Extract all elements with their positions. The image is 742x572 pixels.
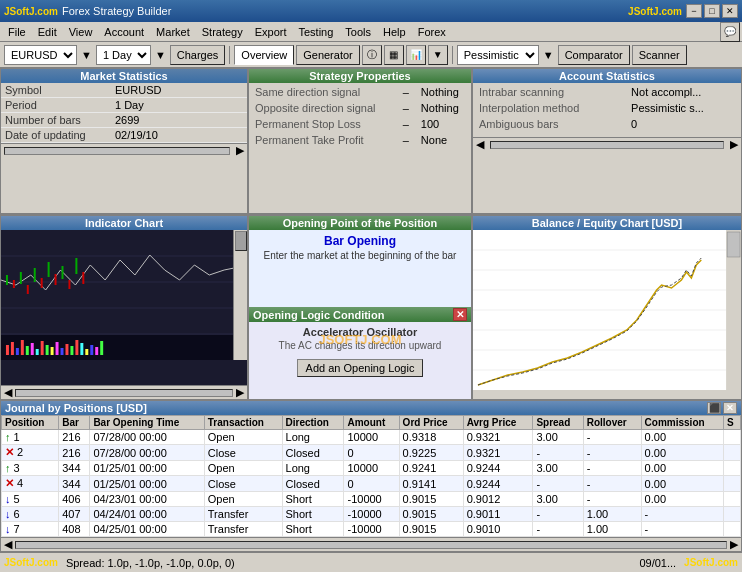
cell-s [724, 430, 741, 445]
chart-scrollbar[interactable] [233, 230, 247, 360]
chart-icon[interactable]: 📊 [406, 45, 426, 65]
chart-hscrollbar[interactable]: ◀ ▶ [1, 385, 247, 399]
cell-rollover: 1.00 [583, 522, 641, 537]
journal-scroll-left[interactable]: ◀ [1, 538, 15, 551]
menu-edit[interactable]: Edit [32, 24, 63, 40]
cell-bar: 344 [59, 476, 90, 492]
cell-amount: 0 [344, 476, 399, 492]
strategy-props-panel: Strategy Properties Same direction signa… [248, 68, 472, 214]
prop-value: 100 [417, 117, 469, 131]
cell-ord-price: 0.9141 [399, 476, 463, 492]
cell-direction: Closed [282, 445, 344, 461]
scanner-button[interactable]: Scanner [632, 45, 687, 65]
cell-bar: 216 [59, 430, 90, 445]
tab-overview[interactable]: Overview [234, 45, 294, 65]
balance-chart-area[interactable]: 13950 13290 12630 11970 11310 10650 9990… [473, 230, 741, 390]
journal-header: Journal by Positions [USD] ⬛ ✕ [1, 401, 741, 415]
pessimistic-select[interactable]: Pessimistic [457, 45, 539, 65]
cell-spread: - [533, 522, 583, 537]
stat-value: EURUSD [111, 83, 233, 98]
svg-rect-8 [27, 285, 29, 294]
journal-close-button[interactable]: ✕ [723, 402, 737, 414]
menu-testing[interactable]: Testing [293, 24, 340, 40]
menu-bar: File Edit View Account Market Strategy E… [0, 22, 742, 42]
scroll-right-btn[interactable]: ▶ [727, 138, 741, 151]
cell-amount: -10000 [344, 507, 399, 522]
menu-market[interactable]: Market [150, 24, 196, 40]
prop-label: Permanent Stop Loss [251, 117, 397, 131]
cell-s [724, 492, 741, 507]
timeframe-select[interactable]: 1 Day [96, 45, 151, 65]
svg-rect-57 [727, 232, 740, 257]
svg-rect-14 [68, 280, 70, 289]
tab-generator[interactable]: Generator [296, 45, 360, 65]
opening-logic-close[interactable]: ✕ [453, 308, 467, 321]
indicator-chart-panel: Indicator Chart [0, 215, 248, 400]
menu-file[interactable]: File [2, 24, 32, 40]
cell-position: ↓ 6 [2, 507, 59, 522]
cell-transaction: Open [204, 430, 282, 445]
journal-expand-button[interactable]: ⬛ [707, 402, 721, 414]
svg-rect-26 [46, 345, 49, 355]
scroll-col [233, 128, 247, 143]
cell-time: 04/25/01 00:00 [90, 522, 204, 537]
cell-transaction: Transfer [204, 507, 282, 522]
cell-commission: 0.00 [641, 430, 723, 445]
symbol-select[interactable]: EURUSD [4, 45, 77, 65]
menu-tools[interactable]: Tools [339, 24, 377, 40]
cell-spread: 3.00 [533, 492, 583, 507]
menu-view[interactable]: View [63, 24, 99, 40]
scroll-right-btn[interactable]: ▶ [233, 144, 247, 157]
grid-icon[interactable]: ▦ [384, 45, 404, 65]
col-ord-price: Ord Price [399, 416, 463, 430]
menu-help[interactable]: Help [377, 24, 412, 40]
prop-dash: – [399, 117, 415, 131]
notification-icon[interactable]: 💬 [720, 22, 740, 42]
cell-commission: - [641, 507, 723, 522]
acct-value: Not accompl... [627, 85, 739, 99]
indicator-chart-area[interactable] [1, 230, 247, 385]
info-icon[interactable]: ⓘ [362, 45, 382, 65]
menu-account[interactable]: Account [98, 24, 150, 40]
add-opening-logic-button[interactable]: Add an Opening Logic [297, 359, 424, 377]
market-stats-scroll[interactable]: Symbol EURUSD Period 1 Day Number of bar… [1, 83, 247, 143]
status-date: 09/01... [639, 557, 676, 569]
scroll-right-icon[interactable]: ▶ [233, 386, 247, 399]
svg-rect-11 [48, 262, 50, 277]
svg-rect-36 [95, 347, 98, 355]
menu-strategy[interactable]: Strategy [196, 24, 249, 40]
cell-bar: 344 [59, 461, 90, 476]
minimize-button[interactable]: − [686, 4, 702, 18]
account-stats-panel: Account Statistics Intrabar scanning Not… [472, 68, 742, 214]
menu-export[interactable]: Export [249, 24, 293, 40]
close-button[interactable]: ✕ [722, 4, 738, 18]
down-arrow-icon[interactable]: ▼ [428, 45, 448, 65]
row-icon-x: ✕ [5, 446, 14, 458]
prop-label: Same direction signal [251, 85, 397, 99]
menu-forex[interactable]: Forex [412, 24, 452, 40]
svg-rect-21 [21, 340, 24, 355]
status-position-info: Spread: 1.0p, -1.0p, -1.0p, 0.0p, 0) [66, 557, 235, 569]
cell-transaction: Close [204, 445, 282, 461]
charges-button[interactable]: Charges [170, 45, 226, 65]
svg-rect-17 [1, 335, 247, 360]
svg-rect-37 [100, 341, 103, 355]
svg-rect-33 [80, 343, 83, 355]
prop-value: Nothing [417, 85, 469, 99]
cell-avrg-price: 0.9244 [463, 476, 533, 492]
scroll-left-btn[interactable]: ◀ [473, 138, 487, 151]
cell-amount: 10000 [344, 430, 399, 445]
cell-position: ↓ 7 [2, 522, 59, 537]
main-content: Market Statistics Symbol EURUSD Period 1… [0, 68, 742, 552]
table-row: Interpolation method Pessimistic s... [475, 101, 739, 115]
journal-hscrollbar[interactable]: ◀ ▶ [1, 537, 741, 551]
scroll-left-icon[interactable]: ◀ [1, 386, 15, 399]
cell-commission: 0.00 [641, 492, 723, 507]
cell-ord-price: 0.9318 [399, 430, 463, 445]
cell-position: ✕ 2 [2, 445, 59, 461]
maximize-button[interactable]: □ [704, 4, 720, 18]
journal-table-wrap[interactable]: Position Bar Bar Opening Time Transactio… [1, 415, 741, 537]
row-icon-up: ↑ [5, 431, 11, 443]
comparator-button[interactable]: Comparator [558, 45, 630, 65]
journal-scroll-right[interactable]: ▶ [727, 538, 741, 551]
